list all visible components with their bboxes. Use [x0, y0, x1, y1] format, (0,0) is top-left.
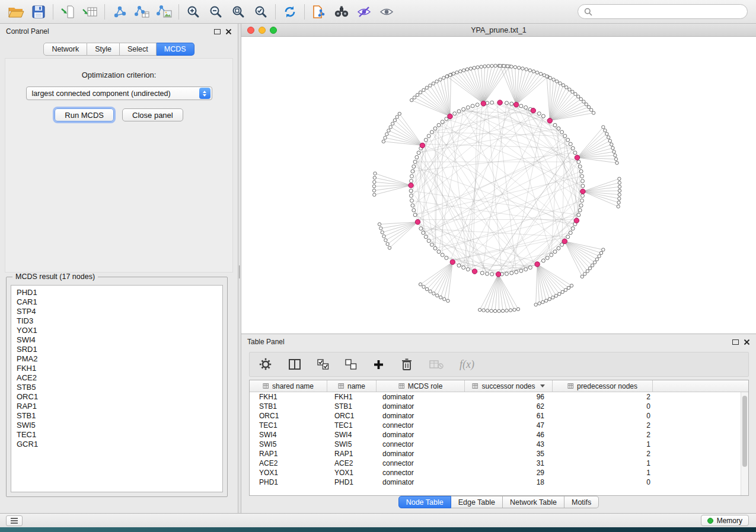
graph-node[interactable] [506, 65, 509, 68]
graph-node[interactable] [413, 96, 416, 99]
graph-node[interactable] [513, 66, 516, 69]
graph-node[interactable] [611, 146, 614, 149]
graph-hub-node[interactable] [415, 220, 420, 225]
graph-node[interactable] [617, 205, 620, 208]
float-panel-icon[interactable] [732, 339, 739, 345]
graph-hub-node[interactable] [513, 102, 518, 107]
graph-node[interactable] [570, 284, 573, 287]
mcds-result-item[interactable]: PHD1 [11, 288, 222, 297]
graph-node[interactable] [419, 91, 422, 94]
graph-node[interactable] [559, 82, 562, 85]
graph-node[interactable] [569, 231, 572, 235]
table-row[interactable]: ORC1ORC1dominator610 [250, 411, 741, 421]
graph-hub-node[interactable] [481, 101, 486, 106]
graph-node[interactable] [381, 231, 384, 234]
graph-node[interactable] [513, 308, 516, 311]
deselect-all-rows-button[interactable] [345, 359, 357, 370]
graph-node[interactable] [501, 309, 504, 312]
graph-node[interactable] [548, 76, 551, 79]
graph-hub-node[interactable] [420, 143, 425, 148]
graph-node[interactable] [442, 76, 445, 79]
graph-node[interactable] [413, 160, 417, 164]
graph-node[interactable] [410, 174, 414, 178]
graph-node[interactable] [605, 132, 608, 135]
graph-hub-node[interactable] [547, 118, 552, 123]
graph-node[interactable] [497, 309, 500, 312]
graph-node[interactable] [541, 300, 544, 303]
graph-node[interactable] [466, 105, 470, 109]
graph-node[interactable] [580, 199, 584, 203]
graph-node[interactable] [519, 104, 523, 108]
graph-node[interactable] [479, 308, 481, 311]
graph-node[interactable] [610, 143, 613, 146]
mcds-result-item[interactable]: PMA2 [11, 354, 222, 364]
graph-node[interactable] [490, 65, 493, 68]
graph-node[interactable] [471, 104, 474, 108]
graph-node[interactable] [571, 146, 575, 150]
graph-node[interactable] [417, 151, 420, 155]
graph-node[interactable] [541, 259, 545, 262]
graph-node[interactable] [419, 283, 422, 286]
graph-node[interactable] [607, 136, 610, 139]
graph-node[interactable] [581, 184, 585, 188]
float-panel-icon[interactable] [214, 29, 221, 34]
graph-node[interactable] [581, 194, 585, 197]
graph-node[interactable] [382, 235, 385, 238]
graph-node[interactable] [519, 269, 523, 273]
tab-node-table[interactable]: Node Table [398, 496, 451, 508]
graph-node[interactable] [539, 72, 542, 75]
graph-node[interactable] [490, 309, 493, 312]
table-row[interactable]: ACE2ACE2connector311 [250, 459, 741, 468]
show-all-button[interactable] [375, 2, 398, 21]
graph-node[interactable] [445, 256, 448, 259]
graph-node[interactable] [613, 150, 615, 153]
graph-node[interactable] [432, 82, 435, 85]
graph-node[interactable] [455, 71, 458, 74]
graph-node[interactable] [411, 169, 414, 173]
maximize-window-icon[interactable] [270, 27, 277, 34]
import-file-button[interactable] [56, 2, 79, 21]
graph-node[interactable] [389, 126, 392, 129]
graph-node[interactable] [524, 268, 528, 271]
graph-hub-node[interactable] [409, 183, 413, 188]
graph-node[interactable] [563, 134, 567, 138]
graph-node[interactable] [505, 101, 509, 105]
graph-hub-node[interactable] [448, 114, 452, 118]
graph-node[interactable] [373, 181, 376, 184]
graph-node[interactable] [509, 309, 512, 312]
graph-hub-node[interactable] [496, 272, 500, 277]
export-image-button[interactable] [153, 2, 176, 21]
graph-node[interactable] [578, 209, 582, 212]
graph-node[interactable] [558, 293, 561, 296]
graph-node[interactable] [490, 101, 494, 104]
graph-hub-node[interactable] [450, 259, 455, 264]
column-header-MCDS-role[interactable]: MCDS role [377, 380, 465, 392]
graph-node[interactable] [604, 129, 607, 132]
table-row[interactable]: TEC1TEC1connector472 [250, 421, 741, 430]
graph-node[interactable] [388, 246, 391, 249]
close-panel-icon[interactable] [744, 339, 750, 345]
graph-node[interactable] [550, 253, 553, 257]
tab-motifs[interactable]: Motifs [564, 496, 599, 508]
graph-node[interactable] [422, 285, 425, 288]
graph-node[interactable] [459, 70, 462, 73]
graph-node[interactable] [581, 180, 585, 183]
graph-node[interactable] [569, 142, 572, 146]
graph-node[interactable] [608, 139, 611, 142]
mcds-result-item[interactable]: TEC1 [11, 430, 222, 440]
graph-node[interactable] [424, 138, 428, 142]
graph-node[interactable] [473, 66, 476, 69]
graph-hub-node[interactable] [580, 189, 585, 194]
graph-node[interactable] [579, 169, 583, 173]
tab-network-table[interactable]: Network Table [503, 496, 564, 508]
graph-node[interactable] [427, 239, 430, 243]
graph-node[interactable] [393, 118, 396, 121]
graph-node[interactable] [553, 123, 557, 127]
zoom-in-button[interactable] [182, 2, 205, 21]
graph-node[interactable] [425, 86, 428, 89]
graph-node[interactable] [462, 266, 465, 270]
graph-node[interactable] [462, 69, 465, 72]
search-input[interactable] [596, 8, 741, 16]
graph-node[interactable] [566, 138, 570, 142]
graph-node[interactable] [419, 227, 423, 230]
